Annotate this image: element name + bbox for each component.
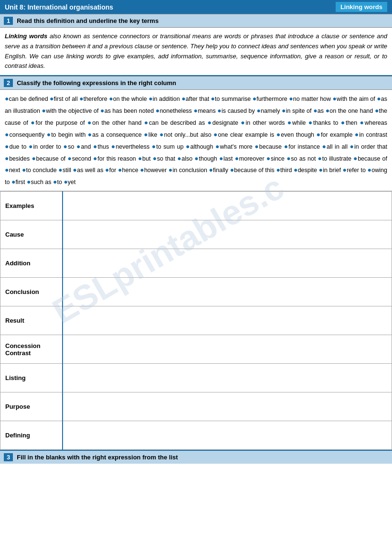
- topic-title: Linking words: [336, 2, 387, 12]
- list-item: ●whereas: [360, 120, 387, 126]
- list-item: ●thanks to: [308, 120, 341, 126]
- list-item: ●finally: [209, 167, 230, 174]
- list-item: ●in brief: [319, 167, 343, 174]
- list-item: ●in addition: [148, 96, 181, 102]
- list-item: ●such as: [27, 179, 53, 185]
- section1-content: Linking words also known as sentence con…: [0, 28, 392, 76]
- row-content[interactable]: [63, 364, 392, 392]
- list-item: ●not only...but also: [159, 131, 213, 138]
- list-item: ●as a consequence: [88, 131, 144, 138]
- list-item: ●however: [140, 167, 169, 174]
- list-item: ●still: [58, 167, 73, 174]
- row-label: Listing: [0, 364, 63, 392]
- list-item: ●since: [266, 155, 286, 162]
- section2-instruction: Classify the following expressions in th…: [17, 79, 176, 87]
- list-item: ●to illustrate: [318, 155, 353, 162]
- list-item: ●refer to: [343, 167, 368, 174]
- list-item: ●so: [64, 143, 76, 150]
- list-item: ●and: [76, 143, 93, 150]
- list-item: ●therefore: [79, 96, 109, 102]
- list-item: ●in spite of: [282, 108, 313, 114]
- list-item: ●in conclusion: [169, 167, 209, 174]
- list-item: ●while: [287, 120, 308, 126]
- table-row: Defining: [0, 421, 392, 450]
- list-item: ●for instance: [284, 143, 322, 150]
- table-row: Cause: [0, 220, 392, 249]
- section1-header: 1 Read this definition and underline the…: [0, 14, 392, 28]
- row-content[interactable]: [63, 335, 392, 364]
- list-item: ●last: [219, 155, 235, 162]
- unit-title: Unit 8: International organisations: [5, 3, 336, 11]
- list-item: ●as well as: [73, 167, 105, 174]
- section1-instruction: Read this definition and underline the k…: [17, 17, 159, 24]
- list-item: ●designate: [208, 120, 241, 126]
- list-item: ●on the one hand: [326, 108, 375, 114]
- table-row: Result: [0, 306, 392, 335]
- row-label: Result: [0, 306, 63, 335]
- list-item: ●after that: [181, 96, 211, 102]
- list-item: ●yet: [64, 179, 75, 185]
- list-item: ●although: [186, 143, 215, 150]
- list-item: ●because of: [353, 155, 387, 162]
- list-item: ●also: [177, 155, 194, 162]
- row-label: Examples: [0, 192, 63, 220]
- row-content[interactable]: [63, 220, 392, 249]
- list-item: ●in contrast: [355, 131, 387, 138]
- list-item: ●second: [68, 155, 94, 162]
- row-label: Purpose: [0, 392, 63, 421]
- section2-number: 2: [4, 79, 13, 87]
- list-item: ●moreover: [235, 155, 266, 162]
- words-list: ●can be defined ●first of all ●therefore…: [0, 90, 392, 191]
- list-item: ●nevertheless: [111, 143, 152, 150]
- table-row: Conclusion: [0, 278, 392, 306]
- list-item: ●one clear example is: [213, 131, 276, 138]
- list-item: ●furthermore: [253, 96, 289, 102]
- list-item: ●despite: [294, 167, 319, 174]
- list-item: ●for the purpose of: [31, 120, 87, 126]
- list-item: ●consequently: [5, 131, 47, 138]
- list-item: ●with the aim of: [333, 96, 377, 102]
- row-content[interactable]: [63, 306, 392, 335]
- list-item: ●with the objective of: [42, 108, 100, 114]
- list-item: ●can be described as: [144, 120, 208, 126]
- row-label: Cause: [0, 220, 63, 249]
- list-item: ●then: [341, 120, 360, 126]
- section3-instruction: Fill in the blanks with the right expres…: [17, 454, 178, 461]
- row-label: Concession Contrast: [0, 335, 63, 364]
- row-content[interactable]: [63, 421, 392, 450]
- row-label: Addition: [0, 249, 63, 278]
- list-item: ●nonetheless: [156, 108, 194, 114]
- list-item: ●like: [144, 131, 159, 138]
- list-item: ●to summarise: [211, 96, 253, 102]
- page-header: Unit 8: International organisations Link…: [0, 0, 392, 14]
- row-content[interactable]: [63, 249, 392, 278]
- section1-number: 1: [4, 17, 13, 25]
- section1-text: also known as sentence connectors or tra…: [5, 33, 387, 69]
- list-item: ●but: [138, 155, 153, 162]
- list-item: ●for: [105, 167, 118, 174]
- list-item: ●all in all: [322, 143, 350, 150]
- list-item: ●hence: [118, 167, 140, 174]
- table-row: Examples: [0, 192, 392, 220]
- list-item: ●to: [53, 179, 64, 185]
- linking-words-term: Linking words: [5, 33, 47, 40]
- list-item: ●thus: [93, 143, 111, 150]
- list-item: ●namely: [256, 108, 282, 114]
- list-item: ●is caused by: [217, 108, 256, 114]
- section2-header: 2 Classify the following expressions in …: [0, 76, 392, 90]
- list-item: ●no matter how: [289, 96, 332, 102]
- row-content[interactable]: [63, 278, 392, 306]
- list-item: ●though: [194, 155, 219, 162]
- list-item: ●for this reason: [93, 155, 138, 162]
- list-item: ●besides: [5, 155, 32, 162]
- list-item: ●even though: [276, 131, 317, 138]
- table-row: Listing: [0, 364, 392, 392]
- list-item: ●as: [313, 108, 326, 114]
- row-content[interactable]: [63, 192, 392, 220]
- list-item: ●as has been noted: [100, 108, 156, 114]
- list-item: ●in other words: [241, 120, 287, 126]
- classify-table: ExamplesCauseAdditionConclusionResultCon…: [0, 191, 392, 450]
- list-item: ●third: [276, 167, 294, 174]
- section3-header: 3 Fill in the blanks with the right expr…: [0, 450, 392, 464]
- row-content[interactable]: [63, 392, 392, 421]
